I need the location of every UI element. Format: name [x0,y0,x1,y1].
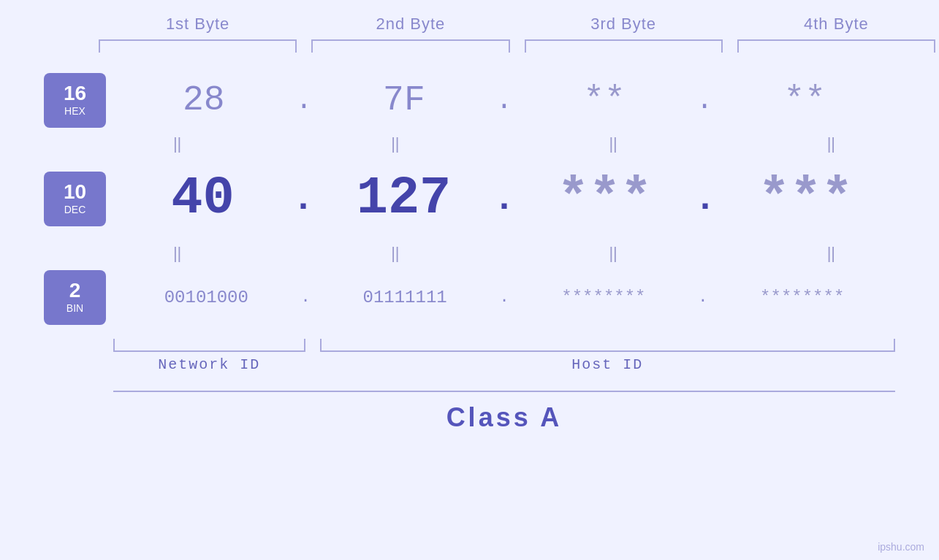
main-container: 1st Byte 2nd Byte 3rd Byte 4th Byte 16 H… [0,0,939,560]
dec-byte-1: 40 [113,169,292,229]
network-id-label: Network ID [113,356,305,373]
bin-sep-2: . [498,288,510,307]
class-banner: Class A [113,391,895,433]
bin-badge: 2 BIN [44,270,106,325]
dec-byte-2: 127 [314,169,493,229]
dec-row: 10 DEC 40 . 127 . *** . *** [44,155,895,242]
hex-sep-2: . [495,85,514,116]
bracket-2 [311,39,509,53]
dec-badge-label: DEC [64,204,86,215]
byte-header-2: 2nd Byte [304,15,517,34]
dec-sep-3: . [694,178,716,220]
bottom-bracket-host [320,339,896,352]
hex-row: 16 HEX 28 . 7F . ** . ** [44,67,895,133]
hex-sep-3: . [695,85,715,116]
id-labels-row: Network ID Host ID [44,356,895,373]
hex-sep-1: . [294,85,313,116]
class-banner-wrapper: Class A [44,383,895,433]
bin-sep-1: . [300,288,312,307]
hex-badge-number: 16 [64,83,86,104]
hex-byte-1: 28 [113,80,294,120]
eq-1-1: || [79,134,276,153]
top-bracket-row [91,39,939,53]
eq-2-4: || [732,244,930,263]
byte-header-3: 3rd Byte [517,15,730,34]
bin-byte-3: ******** [511,288,697,307]
hex-badge: 16 HEX [44,73,106,128]
bracket-3 [525,39,723,53]
bin-sep-3: . [696,288,709,307]
byte-headers-row: 1st Byte 2nd Byte 3rd Byte 4th Byte [91,15,939,34]
equals-row-1: || || || || [79,133,930,155]
dec-sep-1: . [292,178,314,220]
eq-1-2: || [297,134,494,153]
bin-byte-2: 01111111 [312,288,498,307]
hex-byte-2: 7F [313,80,494,120]
eq-2-1: || [79,244,276,263]
bin-byte-4: ******** [709,288,895,307]
eq-1-3: || [514,134,712,153]
dec-sep-2: . [493,178,515,220]
bracket-4 [737,39,935,53]
eq-2-3: || [514,244,712,263]
watermark: ipshu.com [878,541,924,553]
bracket-1 [99,39,297,53]
dec-byte-4: *** [716,169,895,229]
dec-byte-3: *** [515,169,694,229]
byte-header-1: 1st Byte [91,15,304,34]
hex-values-row: 28 . 7F . ** . ** [113,80,895,120]
bin-values-row: 00101000 . 01111111 . ******** . *******… [113,288,895,307]
dec-badge: 10 DEC [44,172,106,226]
eq-1-4: || [732,134,930,153]
bin-byte-1: 00101000 [113,288,300,307]
hex-byte-3: ** [514,80,694,120]
bottom-section: Network ID Host ID [44,336,895,373]
bin-badge-label: BIN [66,302,83,314]
bin-badge-number: 2 [69,280,81,301]
bottom-bracket-network [113,339,305,352]
hex-badge-label: HEX [64,105,85,117]
eq-2-2: || [297,244,494,263]
byte-header-4: 4th Byte [730,15,939,34]
hex-byte-4: ** [715,80,895,120]
dec-values-row: 40 . 127 . *** . *** [113,169,895,229]
class-label: Class A [446,402,563,432]
equals-row-2: || || || || [79,242,930,264]
dec-badge-number: 10 [64,182,86,202]
bin-row: 2 BIN 00101000 . 01111111 . ******** . *… [44,264,895,330]
host-id-label: Host ID [320,356,896,373]
